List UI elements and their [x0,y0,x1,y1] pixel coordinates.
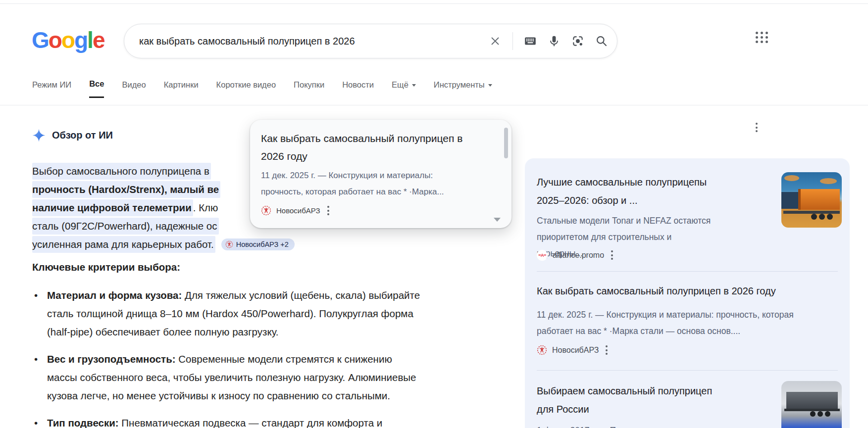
tab-more[interactable]: Ещё [392,79,416,98]
logo-letter: l [87,27,93,53]
sidebar-result-snippet: 11 дек. 2025 г. — Конструкция и материал… [537,307,794,339]
chevron-down-icon [488,84,492,87]
sidebar-result-menu-icon[interactable] [609,248,615,262]
source-badge[interactable]: НовосибАРЗ +2 [221,238,295,250]
ai-text-line: усиленная рама для карьерных работ. Ново… [32,235,295,253]
ai-overview-label: Обзор от ИИ [52,130,113,141]
google-serp-page: Google как выбрать самосвальный полуприц… [0,0,868,428]
tab-short-videos[interactable]: Короткие видео [216,79,276,98]
search-bar-divider [512,32,513,50]
ai-bullet-item: Материал и форма кузова: Для тяжелых усл… [32,286,423,341]
sidebar-source-name[interactable]: НовосибАРЗ [552,346,599,355]
sidebar-result-title[interactable]: Как выбрать самосвальный полуприцеп в 20… [537,282,834,300]
popup-menu-icon[interactable] [325,204,331,217]
tabs-bottom-border [0,105,868,105]
popup-source-row: НовосибАРЗ [261,204,331,217]
popup-scroll-down-icon[interactable] [494,218,501,222]
search-bar[interactable]: как выбрать самосвальный полуприцеп в 20… [124,24,617,58]
sidebar-result-title[interactable]: Выбираем самосвальный полуприцеп для Рос… [537,382,725,419]
tab-all[interactable]: Все [89,79,104,98]
popup-snippet: 11 дек. 2025 г. — Конструкция и материал… [261,167,471,200]
sidebar-result-menu-icon[interactable] [604,343,610,357]
search-icon[interactable] [595,35,608,48]
popup-title[interactable]: Как выбрать самосвальный полуприцеп в 20… [261,130,466,165]
logo-letter: e [93,27,104,53]
ai-overview-header: Обзор от ИИ [32,129,113,142]
result-thumbnail-orange-trailer[interactable] [781,172,842,228]
search-tabs: Режим ИИ Все Видео Картинки Короткие вид… [32,79,492,98]
novosibarz-logo-icon [261,205,271,216]
tab-tools[interactable]: Инструменты [434,79,492,98]
ai-sparkle-icon [32,129,46,142]
ai-bullet-item: Тип подвески: Пневматическая подвеска — … [32,414,423,428]
novosibarz-logo-icon [537,345,547,355]
sidebar-result-snippet: 1 февр. 2017 г. — П... [537,423,769,428]
ai-overview-subheading: Ключевые критерии выбора: [32,261,180,273]
ai-overview-bullets: Материал и форма кузова: Для тяжелых усл… [32,286,423,428]
clear-icon[interactable] [489,35,502,48]
tab-shopping[interactable]: Покупки [294,79,324,98]
google-logo[interactable]: Google [32,27,104,53]
novosibarz-logo-icon [225,240,233,248]
search-bar-icons [489,24,608,58]
tab-news[interactable]: Новости [342,79,374,98]
popup-scrollbar[interactable] [504,128,508,158]
search-input[interactable]: как выбрать самосвальный полуприцеп в 20… [139,24,355,58]
alliance-promo-logo-icon: =A= [537,250,548,261]
tab-video[interactable]: Видео [122,79,146,98]
search-by-image-icon[interactable] [571,35,584,48]
tab-ai-mode[interactable]: Режим ИИ [32,79,71,98]
sidebar-divider [537,271,838,272]
keyboard-icon[interactable] [524,35,537,48]
sidebar-result-title[interactable]: Лучшие самосвальные полуприцепы 2025–202… [537,173,725,210]
sources-sidebar: Лучшие самосвальные полуприцепы 2025–202… [525,158,850,428]
chevron-down-icon [412,84,416,87]
apps-grid-icon[interactable] [756,32,768,43]
ai-overview-menu-icon[interactable] [754,121,760,134]
sidebar-source-row: НовосибАРЗ [537,343,610,357]
result-thumbnail-gray-trailer[interactable] [781,381,842,428]
logo-letter: o [49,27,61,53]
source-badge-label: НовосибАРЗ +2 [236,240,289,248]
logo-letter: o [61,27,74,53]
logo-letter: g [74,27,87,53]
source-preview-popup: Как выбрать самосвальный полуприцеп в 20… [250,120,511,228]
voice-search-icon[interactable] [548,35,561,48]
tab-images[interactable]: Картинки [164,79,199,98]
logo-letter: G [32,27,49,53]
sidebar-source-name[interactable]: alliance.promo [553,251,604,260]
top-divider [0,3,868,4]
sidebar-divider [537,370,838,371]
popup-source-name[interactable]: НовосибАРЗ [276,206,320,215]
sidebar-source-row: =A= alliance.promo [537,248,615,262]
ai-bullet-item: Вес и грузоподъемность: Современные моде… [32,350,423,405]
